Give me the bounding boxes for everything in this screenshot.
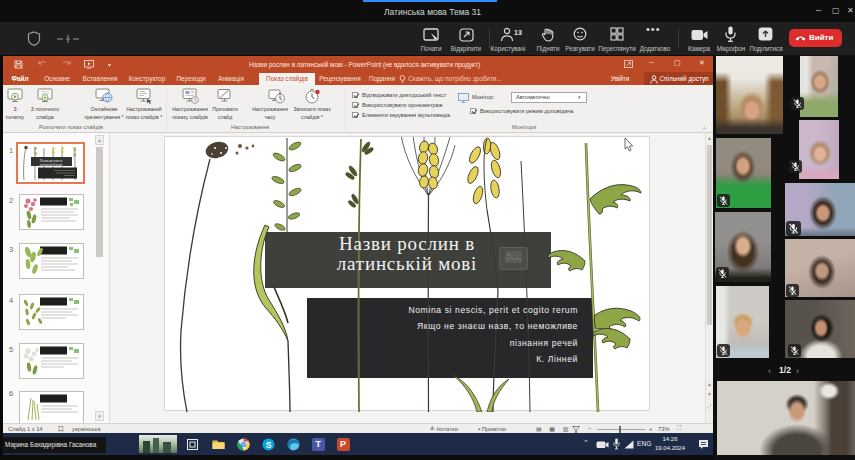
svg-text:латинській мові: латинській мові — [40, 163, 63, 167]
svg-text:S: S — [266, 440, 272, 450]
